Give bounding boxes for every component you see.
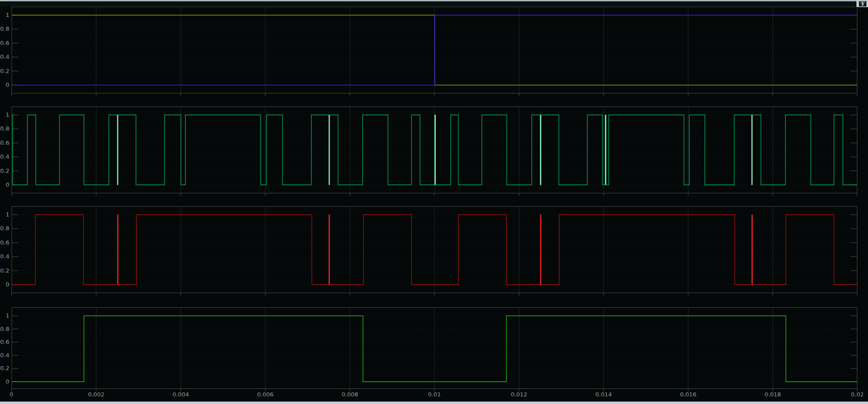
- y-tick-label: 0: [0, 82, 9, 88]
- x-tick-label: 0.01: [419, 391, 450, 398]
- gridlines-vertical: [12, 308, 857, 392]
- y-tick-label: 0.6: [0, 139, 9, 146]
- y-tick-label: 1: [0, 312, 9, 319]
- y-tick-label: 0.8: [0, 326, 9, 332]
- y-tick-label: 0.8: [0, 225, 9, 232]
- y-tick-label: 0.6: [0, 40, 9, 46]
- x-tick-label: 0.008: [334, 391, 365, 398]
- y-tick-label: 0.2: [0, 167, 9, 174]
- y-tick-label: 0: [0, 281, 9, 288]
- y-tick-label: 0.2: [0, 68, 9, 74]
- signal-green-data: [12, 115, 857, 185]
- scope-canvas: [0, 0, 868, 404]
- y-tick-label: 0.6: [0, 239, 9, 246]
- y-tick-label: 0.2: [0, 267, 9, 274]
- x-tick-label: 0.016: [673, 391, 704, 398]
- y-tick-label: 0.8: [0, 25, 9, 32]
- x-tick-label: 0.018: [757, 391, 788, 398]
- y-tick-label: 0.4: [0, 352, 9, 359]
- x-tick-label: 0.006: [250, 391, 281, 398]
- y-tick-label: 0.2: [0, 365, 9, 371]
- y-tick-label: 0.4: [0, 53, 9, 60]
- y-tick-label: 0: [0, 378, 9, 385]
- y-tick-label: 0.8: [0, 125, 9, 132]
- y-tick-label: 1: [0, 211, 9, 218]
- plot-1: [12, 7, 857, 97]
- plot-3: [12, 207, 857, 296]
- signal-blue: [12, 15, 857, 85]
- scope-plot-area: 10.80.60.40.2010.80.60.40.2010.80.60.40.…: [0, 0, 868, 404]
- x-tick-label: 0.012: [503, 391, 535, 398]
- y-tick-label: 0.6: [0, 339, 9, 345]
- y-tick-label: 0.4: [0, 253, 9, 260]
- x-tick-label: 0.002: [81, 391, 112, 398]
- gridlines-vertical: [12, 207, 857, 296]
- scope-window: 10.80.60.40.2010.80.60.40.2010.80.60.40.…: [0, 0, 868, 404]
- x-tick-label: 0.02: [842, 391, 868, 398]
- y-tick-label: 0.4: [0, 153, 9, 160]
- y-tick-label: 1: [0, 111, 9, 118]
- plot-2: [12, 107, 857, 196]
- x-tick-label: 0.014: [588, 391, 619, 398]
- x-tick-label: 0: [0, 391, 27, 398]
- statusbar: [0, 402, 868, 404]
- plot-4: [12, 308, 857, 392]
- y-tick-label: 1: [0, 12, 9, 18]
- x-tick-label: 0.004: [165, 391, 196, 398]
- y-tick-label: 0: [0, 181, 9, 188]
